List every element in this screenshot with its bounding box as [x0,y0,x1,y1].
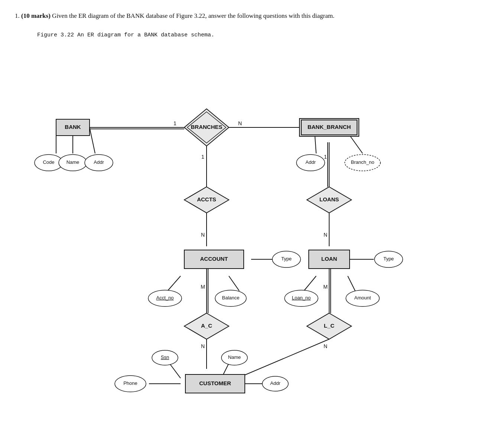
svg-text:N: N [324,343,327,349]
branches-label: BRANCHES [191,123,222,130]
svg-line-11 [348,276,355,291]
svg-text:Type: Type [383,256,394,262]
ac-label: A_C [201,322,212,328]
svg-text:Acct_no: Acct_no [156,295,174,301]
svg-text:Code: Code [43,159,54,165]
question-text: 1. (10 marks) Given the ER diagram of th… [15,11,465,21]
svg-line-19 [237,339,329,378]
svg-line-10 [304,276,316,291]
svg-text:Type: Type [281,256,292,262]
svg-text:N: N [201,343,205,349]
svg-line-25 [169,363,181,378]
svg-text:Addr: Addr [94,159,104,165]
svg-text:M: M [201,283,205,289]
loan-label: LOAN [321,255,337,262]
svg-line-8 [168,276,181,291]
loans-label: LOANS [320,196,339,202]
svg-text:Phone: Phone [123,380,137,386]
question-number: 1. [15,12,20,19]
svg-line-9 [229,276,239,291]
svg-text:Name: Name [228,354,241,360]
svg-text:Balance: Balance [222,295,240,301]
svg-text:N: N [324,231,327,237]
question-marks: (10 marks) [21,12,51,19]
svg-text:Branch_no: Branch_no [351,159,374,165]
figure-caption: Figure 3.22 An ER diagram for a BANK dat… [37,32,465,38]
svg-text:Addr: Addr [305,159,316,165]
bank-branch-label: BANK_BRANCH [308,123,351,130]
svg-line-22 [90,127,95,153]
svg-text:N: N [201,231,205,237]
svg-text:Ssn: Ssn [161,354,169,360]
svg-text:M: M [323,283,328,289]
svg-text:Name: Name [67,159,80,165]
customer-label: CUSTOMER [199,380,231,386]
svg-text:1: 1 [324,153,327,159]
svg-text:1: 1 [173,120,176,126]
bank-label: BANK [65,123,81,130]
svg-text:N: N [238,120,242,126]
svg-text:Addr: Addr [270,380,280,386]
lc-label: L_C [324,322,335,328]
er-diagram: 1 N 1 N 1 N M M N N BANK Code Name Addr … [21,46,459,399]
svg-text:Amount: Amount [354,295,371,301]
svg-text:1: 1 [201,153,204,159]
svg-text:Loan_no: Loan_no [292,295,311,301]
account-label: ACCOUNT [200,255,228,262]
accts-label: ACCTS [197,196,216,202]
question-body: Given the ER diagram of the BANK databas… [52,12,334,19]
